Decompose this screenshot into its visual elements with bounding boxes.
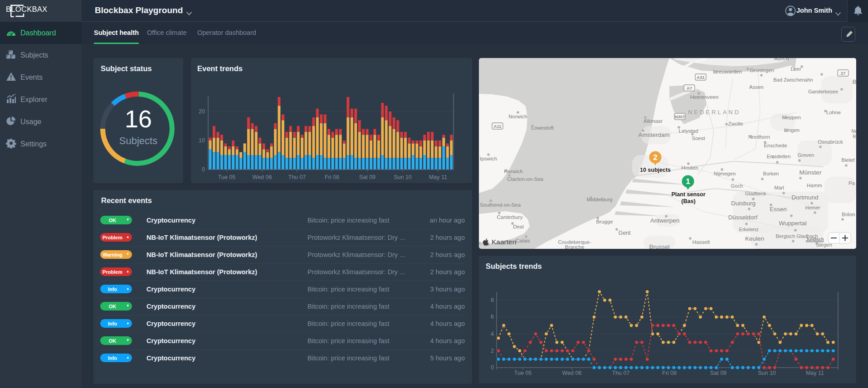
svg-text:Soest: Soest [692, 136, 705, 141]
svg-text:Leer: Leer [790, 66, 801, 72]
svg-text:Lelystad: Lelystad [679, 128, 698, 134]
svg-text:Nijmegen: Nijmegen [714, 171, 736, 176]
svg-text:Gent: Gent [618, 230, 631, 236]
svg-text:Calais: Calais [516, 238, 530, 243]
svg-text:10 subjects: 10 subjects [640, 167, 671, 173]
svg-text:Wed 06: Wed 06 [253, 174, 272, 180]
svg-text:NEDERLAND: NEDERLAND [688, 109, 741, 116]
svg-text:Bad Zwischenahn: Bad Zwischenahn [773, 77, 813, 82]
svg-text:Leeuwarden: Leeuwarden [713, 69, 741, 74]
svg-text:Keulen: Keulen [745, 235, 764, 242]
svg-text:Borken: Borken [763, 171, 779, 176]
svg-text:Brilon: Brilon [842, 212, 855, 217]
svg-text:Clacton-on-Sea: Clacton-on-Sea [507, 176, 544, 182]
svg-text:27: 27 [841, 71, 846, 76]
svg-text:Fri 08: Fri 08 [325, 174, 339, 180]
svg-text:Münster: Münster [800, 169, 822, 176]
svg-text:Ganderkesee: Ganderkesee [808, 89, 838, 94]
svg-text:Tue 05: Tue 05 [218, 174, 236, 180]
svg-text:Brussel: Brussel [649, 243, 669, 249]
svg-text:Groningen: Groningen [750, 68, 774, 73]
svg-text:Hasselt: Hasselt [692, 239, 710, 245]
svg-text:Fri 08: Fri 08 [662, 370, 677, 376]
svg-text:Deal: Deal [513, 224, 524, 229]
svg-text:Wuppertal: Wuppertal [779, 220, 806, 227]
svg-text:Essen: Essen [770, 206, 787, 213]
svg-text:Houten: Houten [681, 165, 698, 170]
svg-text:Juridisch: Juridisch [806, 237, 824, 242]
svg-text:Sat 09: Sat 09 [710, 370, 727, 376]
svg-text:4: 4 [491, 331, 494, 337]
svg-text:10: 10 [199, 137, 205, 144]
svg-text:Düsseldorf: Düsseldorf [728, 214, 758, 221]
svg-text:Assen: Assen [749, 84, 764, 90]
svg-text:R: R [853, 134, 856, 139]
svg-text:Dortmund: Dortmund [791, 194, 818, 201]
svg-text:0: 0 [202, 166, 205, 173]
svg-text:Brugge: Brugge [596, 219, 613, 224]
svg-text:Antwerpen: Antwerpen [650, 217, 680, 224]
svg-text:A7: A7 [687, 86, 692, 91]
svg-text:Osnabrück: Osnabrück [818, 139, 843, 145]
svg-text:Thu 07: Thu 07 [612, 370, 630, 376]
svg-text:Thu 07: Thu 07 [288, 174, 306, 180]
svg-text:Hamm: Hamm [807, 183, 822, 188]
svg-text:Hemer: Hemer [805, 205, 820, 210]
svg-text:Greven: Greven [798, 152, 814, 158]
svg-text:Wed 06: Wed 06 [562, 370, 582, 376]
svg-text:Plant sensor: Plant sensor [671, 191, 705, 198]
svg-text:Southend-on-Sea: Southend-on-Sea [480, 202, 521, 208]
svg-text:Sat 09: Sat 09 [359, 174, 375, 180]
svg-text:B: B [853, 78, 856, 85]
svg-text:Goch: Goch [731, 183, 743, 189]
svg-text:Ipswich: Ipswich [480, 156, 497, 161]
svg-text:Canterbury: Canterbury [497, 214, 523, 220]
svg-text:Sun 10: Sun 10 [758, 370, 776, 376]
svg-text:(Bas): (Bas) [681, 198, 695, 204]
svg-text:Gladbeck: Gladbeck [745, 191, 766, 196]
svg-text:Lohne: Lohne [826, 110, 841, 115]
svg-text:Ne: Ne [852, 129, 856, 134]
svg-text:Amsterdam: Amsterdam [638, 131, 669, 138]
svg-text:20: 20 [199, 108, 205, 115]
svg-text:Alkmaar: Alkmaar [644, 118, 663, 124]
svg-text:6: 6 [491, 314, 494, 320]
svg-text:Sun 10: Sun 10 [394, 174, 412, 180]
svg-text:2: 2 [491, 348, 494, 354]
svg-text:A31: A31 [697, 75, 705, 80]
svg-text:2: 2 [653, 153, 657, 162]
svg-text:Heerenveen: Heerenveen [690, 94, 719, 100]
svg-text:Marl: Marl [774, 185, 784, 190]
svg-text:0: 0 [491, 364, 494, 371]
svg-text:Emsdetten: Emsdetten [767, 154, 791, 159]
svg-text:Branche: Branche [565, 244, 585, 249]
svg-text:Duisburg: Duisburg [731, 200, 756, 207]
svg-text:Zwolle: Zwolle [728, 121, 743, 126]
svg-text:1: 1 [686, 177, 690, 186]
svg-text:N307: N307 [675, 114, 685, 119]
svg-text:Norwich: Norwich [508, 114, 527, 119]
svg-text:Tue 05: Tue 05 [514, 370, 532, 376]
svg-text:May 11: May 11 [429, 174, 447, 180]
svg-text:Erkelenz: Erkelenz [739, 227, 759, 232]
svg-text:Kaarten: Kaarten [492, 238, 516, 246]
svg-text:May 11: May 11 [806, 370, 824, 376]
svg-text:Lowestoft: Lowestoft [531, 125, 554, 131]
svg-text:8: 8 [491, 297, 494, 303]
svg-text:Enschede: Enschede [764, 143, 787, 148]
svg-text:Bielef: Bielef [842, 157, 855, 163]
svg-text:Pa: Pa [848, 180, 855, 186]
svg-text:Aurich: Aurich [774, 58, 789, 61]
svg-text:A11: A11 [494, 124, 502, 129]
